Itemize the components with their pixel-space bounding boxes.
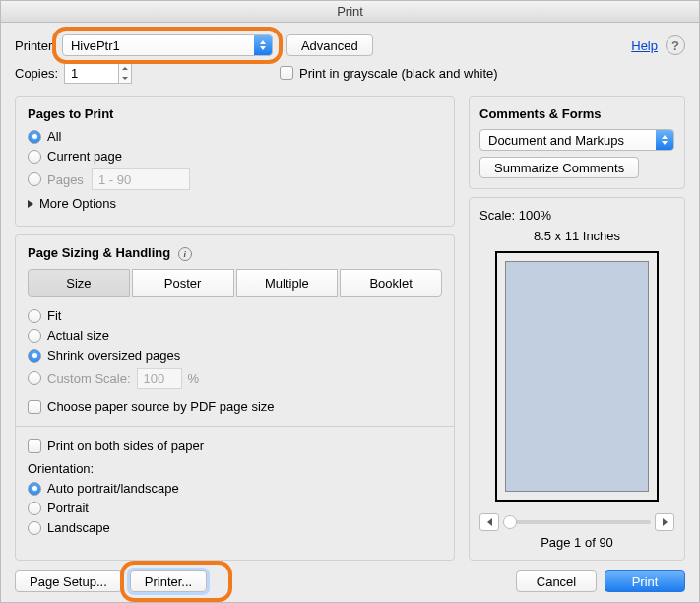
choose-paper-label: Choose paper source by PDF page size: [47, 399, 275, 414]
copies-label: Copies:: [15, 66, 58, 81]
page-setup-button[interactable]: Page Setup...: [15, 570, 122, 592]
tab-poster[interactable]: Poster: [132, 269, 234, 297]
print-dialog: Print Printer: HivePtr1 Advanced Help ?: [0, 0, 700, 603]
custom-scale-radio[interactable]: [28, 371, 41, 385]
print-button[interactable]: Print: [605, 570, 685, 592]
actual-size-label: Actual size: [47, 328, 109, 343]
orientation-landscape-radio[interactable]: [28, 521, 41, 535]
preview-next-button[interactable]: [655, 513, 674, 531]
advanced-button[interactable]: Advanced: [286, 34, 373, 56]
tab-booklet[interactable]: Booklet: [340, 269, 442, 297]
cancel-button[interactable]: Cancel: [516, 570, 597, 592]
copies-stepper[interactable]: [118, 62, 132, 84]
comments-mode-select[interactable]: Document and Markups: [479, 129, 674, 151]
orientation-auto-radio[interactable]: [28, 482, 41, 496]
comments-forms-group: Comments & Forms Document and Markups Su…: [469, 96, 685, 189]
comments-forms-title: Comments & Forms: [479, 106, 674, 121]
summarize-comments-button[interactable]: Summarize Comments: [479, 157, 639, 178]
preview-slider[interactable]: [503, 520, 651, 524]
pages-range-label: Pages: [47, 172, 84, 187]
page-sizing-title: Page Sizing & Handling i: [28, 245, 442, 261]
custom-scale-label: Custom Scale:: [47, 371, 131, 386]
info-icon[interactable]: i: [178, 247, 192, 261]
printer-button[interactable]: Printer...: [130, 570, 207, 592]
orientation-landscape-label: Landscape: [47, 520, 110, 535]
choose-paper-checkbox[interactable]: [28, 400, 41, 414]
copies-input[interactable]: 1: [64, 62, 119, 84]
fit-radio[interactable]: [28, 309, 41, 323]
preview-group: Scale: 100% 8.5 x 11 Inches Page 1 of 90: [469, 197, 685, 561]
shrink-label: Shrink oversized pages: [47, 348, 180, 363]
fit-label: Fit: [47, 308, 61, 323]
custom-scale-input[interactable]: 100: [137, 368, 182, 389]
both-sides-checkbox[interactable]: [28, 439, 41, 453]
comments-mode-value: Document and Markups: [488, 133, 624, 148]
percent-label: %: [188, 371, 200, 386]
dialog-content: Printer: HivePtr1 Advanced Help ? Copies…: [1, 23, 699, 602]
orientation-portrait-label: Portrait: [47, 501, 89, 515]
grayscale-checkbox[interactable]: [280, 66, 293, 80]
window-title: Print: [1, 1, 699, 23]
tab-multiple[interactable]: Multiple: [236, 269, 339, 297]
printer-label: Printer:: [15, 38, 56, 53]
actual-size-radio[interactable]: [28, 329, 41, 343]
help-link[interactable]: Help: [631, 38, 658, 53]
page-status-label: Page 1 of 90: [479, 535, 674, 550]
preview-slider-thumb[interactable]: [503, 515, 517, 529]
orientation-portrait-radio[interactable]: [28, 502, 41, 515]
paper-size-label: 8.5 x 11 Inches: [479, 229, 674, 243]
both-sides-label: Print on both sides of paper: [47, 438, 204, 453]
pages-to-print-group: Pages to Print All Current page Pages 1 …: [15, 96, 455, 227]
pages-current-label: Current page: [47, 149, 122, 164]
pages-to-print-title: Pages to Print: [28, 106, 442, 121]
shrink-radio[interactable]: [28, 349, 41, 363]
select-arrows-icon: [656, 130, 673, 150]
orientation-auto-label: Auto portrait/landscape: [47, 481, 179, 496]
preview-page: [495, 251, 659, 502]
select-arrows-icon: [254, 35, 272, 55]
grayscale-label: Print in grayscale (black and white): [299, 66, 498, 81]
printer-select[interactable]: HivePtr1: [62, 34, 273, 56]
preview-prev-button[interactable]: [479, 513, 499, 531]
pages-range-radio[interactable]: [28, 172, 41, 186]
preview-content: [505, 261, 649, 492]
disclosure-triangle-icon[interactable]: [28, 200, 33, 208]
printer-select-value: HivePtr1: [71, 38, 120, 53]
more-options-toggle[interactable]: More Options: [39, 196, 116, 211]
help-icon[interactable]: ?: [666, 35, 685, 55]
pages-range-input[interactable]: 1 - 90: [92, 168, 190, 190]
pages-all-label: All: [47, 129, 61, 144]
orientation-label: Orientation:: [28, 461, 442, 476]
pages-current-radio[interactable]: [28, 150, 41, 164]
tab-size[interactable]: Size: [28, 269, 130, 297]
scale-label: Scale: 100%: [479, 208, 674, 223]
page-sizing-group: Page Sizing & Handling i Size Poster Mul…: [15, 234, 455, 561]
pages-all-radio[interactable]: [28, 130, 41, 144]
